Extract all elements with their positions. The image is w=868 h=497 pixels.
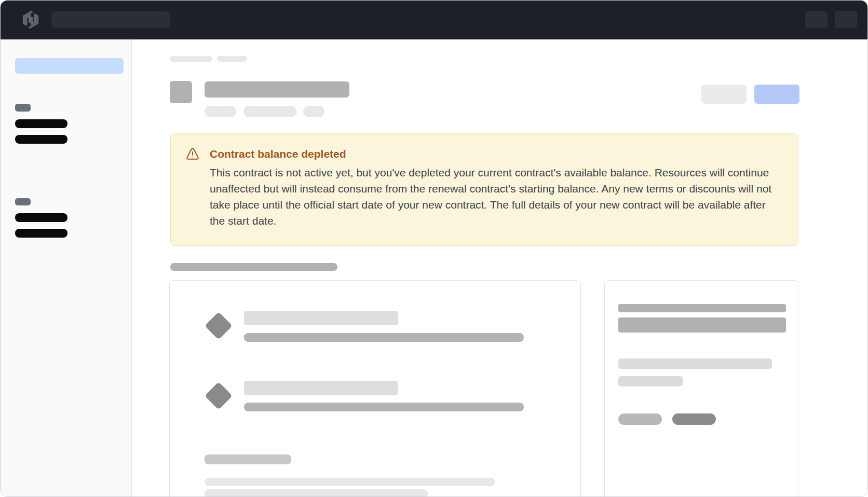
summary-text-placeholder bbox=[618, 376, 683, 386]
warning-alert: Contract balance depleted This contract … bbox=[170, 133, 798, 246]
summary-text-placeholder bbox=[618, 358, 772, 369]
hashicorp-logo-icon bbox=[20, 9, 41, 30]
page-meta-tag-placeholder bbox=[243, 106, 296, 117]
page-icon-placeholder bbox=[170, 81, 192, 103]
card-subheading-placeholder bbox=[205, 454, 291, 464]
alert-body: This contract is not active yet, but you… bbox=[210, 164, 776, 229]
top-navigation-bar bbox=[1, 1, 867, 39]
breadcrumb-segment-placeholder[interactable] bbox=[217, 56, 247, 62]
summary-button-placeholder[interactable] bbox=[618, 413, 662, 425]
sidebar bbox=[1, 39, 132, 497]
card-text-placeholder bbox=[205, 478, 495, 486]
sidebar-section-label-placeholder bbox=[15, 198, 31, 205]
secondary-action-button[interactable] bbox=[701, 85, 747, 104]
list-item-icon bbox=[205, 382, 233, 410]
sidebar-nav-item[interactable] bbox=[15, 119, 67, 128]
alert-icon-wrap bbox=[185, 146, 200, 233]
sidebar-section-label-placeholder bbox=[15, 104, 31, 112]
global-search-input[interactable] bbox=[51, 11, 170, 28]
list-item-icon bbox=[205, 312, 233, 340]
primary-action-button[interactable] bbox=[754, 85, 799, 104]
section-heading-placeholder bbox=[170, 263, 337, 271]
nav-action-button-1[interactable] bbox=[805, 11, 828, 28]
summary-value-placeholder bbox=[618, 317, 786, 333]
summary-card bbox=[604, 280, 798, 497]
card-text-placeholder bbox=[205, 489, 428, 497]
alert-title: Contract balance depleted bbox=[210, 146, 776, 162]
hashicorp-logo[interactable] bbox=[20, 9, 41, 30]
main-content: Contract balance depleted This contract … bbox=[132, 39, 868, 497]
page-meta-tag-placeholder bbox=[205, 106, 236, 117]
sidebar-item-selected[interactable] bbox=[15, 58, 124, 74]
app-window: Contract balance depleted This contract … bbox=[0, 0, 868, 497]
summary-title-placeholder bbox=[618, 304, 786, 312]
nav-action-button-2[interactable] bbox=[835, 11, 857, 28]
details-card bbox=[169, 280, 581, 497]
alert-triangle-icon bbox=[185, 147, 200, 161]
page-title-placeholder bbox=[205, 81, 349, 98]
sidebar-nav-item[interactable] bbox=[15, 229, 67, 238]
list-item-text-placeholder bbox=[244, 403, 524, 411]
list-item-text-placeholder bbox=[244, 333, 524, 342]
list-item-title-placeholder bbox=[244, 381, 398, 395]
breadcrumb-segment-placeholder[interactable] bbox=[170, 56, 212, 62]
sidebar-nav-item[interactable] bbox=[15, 135, 67, 144]
summary-button-placeholder[interactable] bbox=[672, 413, 716, 425]
page-meta-tag-placeholder bbox=[303, 106, 324, 117]
alert-content: Contract balance depleted This contract … bbox=[210, 146, 776, 233]
sidebar-nav-item[interactable] bbox=[15, 213, 67, 222]
list-item-title-placeholder bbox=[244, 311, 398, 325]
